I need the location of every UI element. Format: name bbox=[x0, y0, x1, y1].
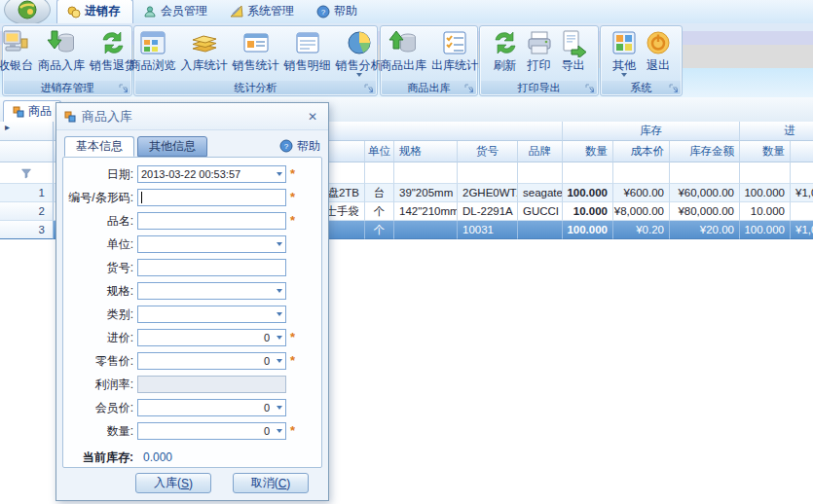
barcode-input[interactable] bbox=[137, 189, 286, 206]
dialog-launcher-icon[interactable] bbox=[464, 83, 474, 92]
member-price-input[interactable] bbox=[137, 399, 286, 416]
cell-money: ¥1,0 bbox=[791, 184, 813, 202]
column-header-sku[interactable]: 货号 bbox=[458, 141, 518, 162]
sku-input[interactable] bbox=[137, 259, 286, 276]
ribbon-tab-row: 进销存 会员管理 系统管理 ? 帮助 bbox=[0, 0, 813, 24]
unit-select[interactable] bbox=[137, 235, 286, 253]
field-quantity: 数量: * bbox=[63, 419, 321, 443]
ribbon: 收银台 商品入库 销售退货 进销存管理 bbox=[0, 23, 813, 97]
sales-detail-button[interactable]: 销售明细 bbox=[282, 27, 333, 73]
sales-stats-button[interactable]: 销售统计 bbox=[231, 27, 281, 73]
group-header-purchase: 进 bbox=[740, 122, 813, 141]
column-header-qty2[interactable]: 数量 bbox=[740, 141, 791, 162]
current-stock-label: 当前库存: bbox=[67, 450, 133, 466]
cell-qty: 100.000 bbox=[563, 184, 613, 202]
cell-qty: 100.000 bbox=[563, 221, 613, 239]
dialog-launcher-icon[interactable] bbox=[585, 83, 595, 92]
exit-button[interactable]: 退出 bbox=[642, 27, 675, 73]
cell-spec bbox=[394, 221, 458, 239]
app-menu-button[interactable] bbox=[4, 0, 51, 25]
column-header-cut bbox=[791, 141, 813, 162]
goods-browse-button[interactable]: 商品浏览 bbox=[128, 27, 178, 73]
column-header-cost[interactable]: 成本价 bbox=[613, 141, 670, 162]
chevron-down-icon[interactable] bbox=[273, 330, 285, 345]
print-button[interactable]: 打印 bbox=[523, 27, 556, 73]
chevron-down-icon[interactable] bbox=[273, 283, 285, 299]
filter-cell[interactable] bbox=[0, 162, 54, 184]
doc-tab-goods[interactable]: 商品 bbox=[3, 100, 61, 122]
chevron-down-icon[interactable] bbox=[273, 236, 285, 252]
cell-qty2: 10.000 bbox=[740, 202, 791, 221]
text-caret bbox=[141, 192, 142, 203]
group-label: 进销存管理 bbox=[41, 82, 94, 93]
tab-basic-info[interactable]: 基本信息 bbox=[64, 136, 134, 157]
ribbon-group-system: 其他 退出 系统 bbox=[600, 25, 683, 96]
cell-brand: GUCCI bbox=[518, 202, 563, 221]
field-member-price: 会员价: bbox=[63, 396, 321, 419]
retail-price-input[interactable] bbox=[137, 352, 286, 370]
column-header-brand[interactable]: 品牌 bbox=[518, 141, 563, 162]
column-header-qty[interactable]: 数量 bbox=[563, 141, 613, 162]
cashier-button[interactable]: 收银台 bbox=[0, 27, 35, 73]
dialog-launcher-icon[interactable] bbox=[669, 83, 679, 92]
tab-inventory[interactable]: 进销存 bbox=[56, 0, 133, 23]
svg-text:?: ? bbox=[321, 8, 326, 17]
svg-text:?: ? bbox=[284, 142, 289, 151]
cell-spec: 142"210mm bbox=[394, 202, 458, 221]
stock-in-stats-button[interactable]: 入库统计 bbox=[179, 27, 230, 73]
tab-help[interactable]: ? 帮助 bbox=[307, 0, 370, 23]
browse-grid-icon bbox=[138, 28, 167, 57]
chevron-down-icon[interactable] bbox=[273, 400, 285, 415]
cancel-button[interactable]: 取消(C) bbox=[233, 473, 309, 493]
export-button[interactable]: 导出 bbox=[557, 27, 590, 73]
sales-analysis-button[interactable]: 销售分析 bbox=[334, 27, 385, 78]
product-name-input[interactable] bbox=[137, 212, 286, 230]
tab-members[interactable]: 会员管理 bbox=[133, 0, 220, 23]
ribbon-group-print-export: 刷新 打印 导出 打印导出 bbox=[479, 25, 599, 96]
column-header-stock-amount[interactable]: 库存金额 bbox=[670, 141, 740, 162]
cell-spec: 39"205mm bbox=[394, 184, 458, 202]
field-unit: 单位: bbox=[63, 233, 321, 256]
help-link[interactable]: ? 帮助 bbox=[279, 138, 320, 155]
chevron-down-icon[interactable] bbox=[273, 423, 285, 439]
goods-stock-out-button[interactable]: 商品出库 bbox=[378, 27, 428, 73]
tiles-icon bbox=[610, 28, 639, 57]
date-input[interactable] bbox=[137, 165, 286, 183]
ribbon-group-statistics: 商品浏览 入库统计 销售统计 bbox=[133, 25, 378, 96]
current-stock-row: 当前库存: 0.000 bbox=[63, 443, 321, 472]
stock-out-stats-button[interactable]: 出库统计 bbox=[429, 27, 480, 73]
field-purchase-price: 进价: * bbox=[63, 326, 321, 349]
chevron-down-icon[interactable] bbox=[273, 166, 285, 182]
other-button[interactable]: 其他 bbox=[608, 27, 641, 78]
close-icon[interactable]: ✕ bbox=[305, 110, 320, 124]
category-select[interactable] bbox=[137, 306, 286, 323]
column-header-unit[interactable]: 单位 bbox=[365, 141, 394, 162]
column-header-spec[interactable]: 规格 bbox=[394, 141, 458, 162]
detail-list-icon bbox=[293, 28, 322, 57]
dialog-tabs: 基本信息 其他信息 ? 帮助 bbox=[64, 135, 320, 157]
dialog-launcher-icon[interactable] bbox=[364, 83, 374, 92]
tab-system[interactable]: 系统管理 bbox=[220, 0, 307, 23]
cell-cost: ¥600.00 bbox=[613, 184, 670, 202]
id-card-icon bbox=[241, 28, 271, 57]
required-mark: * bbox=[290, 193, 295, 202]
filter-funnel-icon bbox=[20, 167, 32, 179]
required-mark: * bbox=[290, 216, 295, 226]
chevron-down-icon[interactable] bbox=[273, 306, 285, 322]
dialog-launcher-icon[interactable] bbox=[119, 83, 129, 92]
dialog-titlebar: 商品入库 ✕ bbox=[56, 103, 328, 130]
purchase-price-input[interactable] bbox=[137, 329, 286, 346]
cell-sku: 2GHE0WTZ bbox=[458, 184, 518, 202]
group-label: 商品出库 bbox=[408, 82, 451, 93]
app-logo-icon bbox=[17, 0, 38, 20]
goods-stock-in-button[interactable]: 商品入库 bbox=[36, 27, 87, 73]
spec-select[interactable] bbox=[137, 282, 286, 300]
tab-other-info[interactable]: 其他信息 bbox=[137, 136, 207, 157]
cell-brand bbox=[518, 221, 563, 239]
stock-in-dialog: 商品入库 ✕ 基本信息 其他信息 ? 帮助 日期: * 编号/条形码: bbox=[55, 102, 329, 501]
quantity-input[interactable] bbox=[137, 422, 286, 440]
refresh-button[interactable]: 刷新 bbox=[489, 27, 522, 73]
chevron-down-icon[interactable] bbox=[273, 353, 285, 369]
required-mark: * bbox=[290, 426, 295, 436]
stock-in-submit-button[interactable]: 入库(S) bbox=[135, 473, 211, 493]
